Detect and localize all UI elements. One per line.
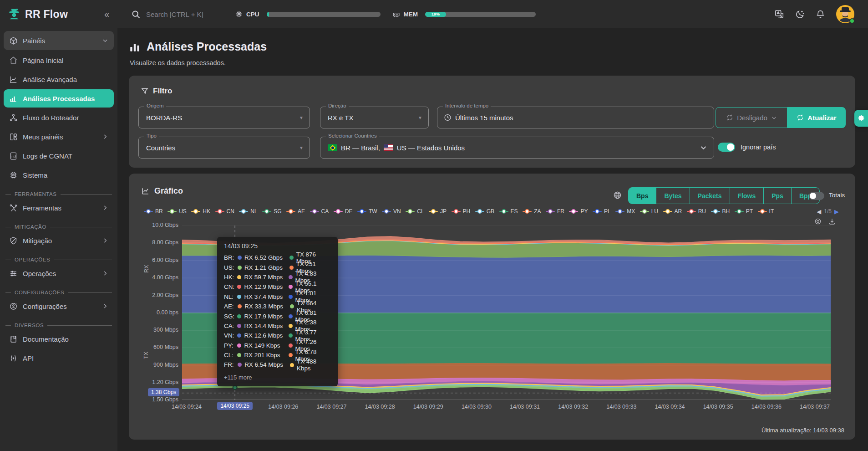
tipo-select[interactable]: Tipo Countries ▼ [138,137,310,159]
legend-item-nl[interactable]: NL [239,208,257,215]
legend-item-py[interactable]: PY [569,208,588,215]
chevron-right-icon [102,205,108,211]
visibility-icon[interactable] [814,218,822,225]
chevron-down-icon [771,115,777,121]
tx-axis-tick: 900 Mbps [137,362,178,368]
legend-item-de[interactable]: DE [334,208,353,215]
intervalo-select[interactable]: Últimos 15 minutos Intervalo de tempo [437,107,714,128]
chart-legend: BRUSHKCNNLSGAECADETWVNCLJPPHGBESZAFRPYPL… [144,206,839,216]
mode-button-bps[interactable]: Bps [628,187,656,204]
atualizar-label: Atualizar [807,114,836,122]
legend-marker [357,209,366,214]
mode-button-flows[interactable]: Flows [730,187,764,204]
x-axis-tick: 14/03 09:31 [500,404,550,410]
legend-item-sg[interactable]: SG [262,208,281,215]
legend-code: BH [722,208,730,215]
chart-tooltip: 14/03 09:25 BR:RX 6.52 GbpsTX 876 MbpsUS… [217,237,338,386]
legend-item-ar[interactable]: AR [663,208,682,215]
global-search[interactable] [131,10,223,19]
dark-mode-moon-icon[interactable] [795,10,805,19]
legend-item-vn[interactable]: VN [382,208,401,215]
download-icon[interactable] [828,218,836,225]
legend-item-ph[interactable]: PH [452,208,471,215]
mode-button-packets[interactable]: Packets [690,187,730,204]
legend-item-za[interactable]: ZA [523,208,541,215]
legend-code: ES [511,208,518,215]
legend-marker [310,209,319,214]
sidebar-item-mitigacao[interactable]: Mitigação [4,231,114,250]
search-input[interactable] [146,10,223,18]
cpu-label: CPU [246,11,259,18]
intervalo-label: Intervalo de tempo [443,103,491,108]
sidebar-item-api[interactable]: API [4,349,114,367]
mode-button-bytes[interactable]: Bytes [656,187,690,204]
shield-icon [9,236,18,245]
globe-icon[interactable] [613,191,622,200]
sidebar: RR Flow « PainéisPágina InicialAnálise A… [0,0,117,451]
legend-next-button[interactable]: ▶ [834,208,839,215]
sidebar-item-meus-paineis[interactable]: Meus painéis [4,128,114,146]
mode-button-pps[interactable]: Pps [763,187,792,204]
auto-refresh-select[interactable]: Desligado [716,107,787,128]
legend-item-tw[interactable]: TW [357,208,377,215]
origem-select[interactable]: Origem BORDA-RS ▼ [138,107,310,128]
legend-prev-button[interactable]: ◀ [817,208,821,215]
legend-item-pt[interactable]: PT [735,208,753,215]
sidebar-item-fluxo-do-roteador[interactable]: Fluxo do Roteador [4,108,114,127]
sidebar-item-sistema[interactable]: Sistema [4,166,114,184]
sidebar-item-operacoes[interactable]: Operações [4,264,114,282]
sidebar-item-analise-avancada[interactable]: Análise Avançada [4,70,114,88]
sidebar-item-paineis[interactable]: Painéis [4,31,114,50]
legend-item-ru[interactable]: RU [687,208,706,215]
sidebar-section-label: OPERAÇÕES [5,257,112,262]
legend-marker [144,209,153,214]
totais-toggle[interactable] [809,192,824,200]
legend-item-ca[interactable]: CA [310,208,329,215]
legend-item-jp[interactable]: JP [429,208,447,215]
atualizar-button[interactable]: Atualizar [787,107,846,128]
refresh-icon [797,114,804,121]
sidebar-item-configuracoes[interactable]: Configurações [4,297,114,315]
sidebar-item-documentacao[interactable]: Documentação [4,330,114,348]
user-avatar[interactable] [836,5,854,23]
sidebar-item-pagina-inicial[interactable]: Página Inicial [4,51,114,69]
legend-item-pl[interactable]: PL [593,208,611,215]
legend-item-cn[interactable]: CN [215,208,234,215]
online-status-dot [849,18,855,24]
settings-fab-gear-icon[interactable] [854,110,868,127]
rx-axis-name: RX [143,265,150,272]
legend-code: HK [203,208,210,215]
legend-item-mx[interactable]: MX [615,208,635,215]
chevron-right-icon [102,133,108,140]
legend-item-hk[interactable]: HK [191,208,210,215]
countries-multiselect[interactable]: Selecionar Countries BR — Brasil, US — E… [320,137,714,159]
legend-item-fr[interactable]: FR [546,208,564,215]
legend-item-ae[interactable]: AE [286,208,305,215]
legend-code: AR [675,208,682,215]
legend-item-es[interactable]: ES [499,208,518,215]
ignorar-pais-toggle[interactable] [718,143,735,152]
chevron-right-icon [102,270,108,277]
legend-item-br[interactable]: BR [144,208,163,215]
legend-item-gb[interactable]: GB [475,208,494,215]
cpu-gauge: CPU [235,10,381,18]
legend-marker [546,209,555,214]
flag-br-icon [328,144,337,151]
notifications-bell-icon[interactable] [816,10,825,19]
sidebar-item-analises-processadas[interactable]: Análises Processadas [4,89,114,108]
chevron-right-icon [102,237,108,244]
file-log-icon [9,152,18,160]
sidebar-item-label: API [23,354,34,362]
direcao-select[interactable]: Direção RX e TX ▼ [320,107,429,128]
translate-icon[interactable] [774,9,784,19]
legend-item-lu[interactable]: LU [640,208,658,215]
legend-item-bh[interactable]: BH [711,208,730,215]
sidebar-collapse-button[interactable]: « [102,9,111,20]
legend-item-cl[interactable]: CL [406,208,424,215]
legend-item-it[interactable]: IT [758,208,774,215]
sidebar-item-ferramentas[interactable]: Ferramentas [4,199,114,217]
legend-item-us[interactable]: US [168,208,187,215]
sidebar-item-logs-de-cgnat[interactable]: Logs de CGNAT [4,147,114,165]
legend-marker [640,209,649,214]
cpu-icon [235,10,243,18]
